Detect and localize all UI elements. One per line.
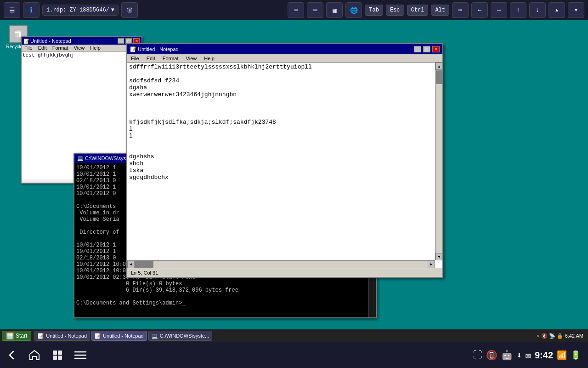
back-button[interactable] [0, 344, 23, 367]
arrow-up2[interactable]: ▲ [548, 2, 565, 18]
rdp-selector[interactable]: 1.rdp: ZY-188D5646/ ▼ [42, 5, 119, 16]
cursor-position: Ln 5, Col 31 [131, 270, 158, 276]
close-btn-main[interactable]: ✕ [432, 46, 440, 52]
notepad-main-statusbar: Ln 5, Col 31 [127, 268, 442, 277]
android-icon: 🤖 [501, 350, 513, 361]
alt-key[interactable]: Alt [431, 5, 449, 16]
cmd-line: 6 Dir(s) 39,418,372,096 bytes free [76, 287, 374, 293]
cmd-line: 0 File(s) 0 bytes [76, 281, 374, 287]
notepad-main-icon: 📝 [130, 46, 136, 52]
notepad-main-scrollbar-v[interactable]: ▲ ▼ [435, 63, 442, 260]
scroll-thumb-v[interactable] [436, 70, 442, 84]
keyboard-icon3[interactable]: ⌨ [452, 2, 469, 18]
menu-format-main[interactable]: Format [159, 55, 182, 62]
systray-icons: « 🔇 📡 🔒 [537, 333, 563, 339]
phone-icon: 📵 [486, 350, 498, 361]
taskbar-label3: C:\WINDOWS\syste... [160, 333, 209, 339]
scroll-up-arrow[interactable]: ▲ [435, 63, 443, 70]
home-button[interactable] [23, 344, 46, 367]
desktop: 🗑 Recycle Bin 📝 Untitled - Notepad _ □ ✕… [0, 20, 588, 342]
cmd-icon: 💻 [77, 155, 84, 161]
tab-key[interactable]: Tab [365, 5, 383, 16]
keyboard-icon1[interactable]: ⌨ [288, 2, 304, 18]
rdp-label: 1.rdp: ZY-188D5646/ [46, 7, 109, 13]
notepad-main-textarea[interactable]: sdffrrflw11113rtteetylsssssxsslkbhklhj2e… [127, 63, 442, 268]
nav-bar: ⛶ 📵 🤖 ⬇ ✉ 9:42 📶 🔋 [0, 342, 588, 368]
mail-icon[interactable]: ✉ [526, 350, 531, 361]
arrow-up[interactable]: ↑ [510, 2, 526, 18]
notepad-main-window[interactable]: 📝 Untitled - Notepad _ □ ✕ File Edit For… [126, 43, 443, 278]
notepad-main-scrollbar-h[interactable]: ◄ ► [127, 260, 435, 268]
arrow-down2[interactable]: ▼ [568, 2, 584, 18]
notepad-bg-title: Untitled - Notepad [30, 38, 71, 44]
menu-button[interactable]: ☰ [4, 2, 20, 18]
cmd-line [76, 293, 374, 300]
taskbar-label2: Untitled - Notepad [103, 333, 144, 339]
menu-format-bg[interactable]: Format [50, 45, 71, 51]
scroll-thumb-h[interactable] [135, 261, 153, 268]
menu-help-bg[interactable]: Help [87, 45, 103, 51]
clock: 9:42 [535, 350, 553, 361]
scroll-down-arrow[interactable]: ▼ [435, 253, 443, 260]
taskbar-icon3: 💻 [152, 333, 158, 339]
menu-help-main[interactable]: Help [200, 55, 218, 62]
taskbar-cmd[interactable]: 💻 C:\WINDOWS\syste... [148, 331, 213, 341]
windows-button[interactable] [46, 344, 69, 367]
battery-icon: 🔋 [571, 350, 581, 360]
maximize-btn-main[interactable]: □ [423, 46, 430, 52]
svg-rect-3 [58, 356, 62, 360]
trash-button[interactable]: 🗑 [121, 2, 138, 18]
esc-key[interactable]: Esc [386, 5, 404, 16]
keyboard-icon2[interactable]: ⌨ [307, 2, 323, 18]
dropdown-icon: ▼ [111, 7, 114, 13]
notepad-bg-menubar: File Edit Format View Help [22, 45, 141, 52]
taskbar-notepad2[interactable]: 📝 Untitled - Notepad [91, 331, 147, 341]
svg-rect-2 [53, 356, 57, 360]
notepad-bg-icon: 📝 [23, 39, 29, 44]
menu-edit-main[interactable]: Edit [143, 55, 159, 62]
notepad-main-title: Untitled - Notepad [138, 46, 179, 52]
menu-button-nav[interactable] [69, 344, 92, 367]
menu-file-bg[interactable]: File [22, 45, 35, 51]
taskbar-label1: Untitled - Notepad [46, 333, 87, 339]
wifi-icon: 📶 [557, 350, 567, 360]
menu-file-main[interactable]: File [127, 55, 143, 62]
menu-edit-bg[interactable]: Edit [35, 45, 50, 51]
systray: « 🔇 📡 🔒 6:42 AM [537, 333, 586, 339]
globe-icon[interactable]: 🌐 [345, 2, 362, 18]
notepad-main-menubar: File Edit Format View Help [127, 54, 442, 63]
expand-icon[interactable]: ⛶ [473, 350, 482, 361]
grid-icon[interactable]: ▦ [326, 2, 343, 18]
arrow-left[interactable]: ← [471, 2, 488, 18]
taskbar-icon2: 📝 [95, 333, 101, 339]
start-label: Start [16, 333, 27, 339]
taskbar-icon1: 📝 [38, 333, 44, 339]
notepad-bg-titlebar: 📝 Untitled - Notepad _ □ ✕ [22, 37, 141, 45]
scroll-left-arrow[interactable]: ◄ [127, 261, 135, 268]
arrow-down[interactable]: ↓ [529, 2, 546, 18]
ctrl-key[interactable]: Ctrl [407, 5, 429, 16]
svg-rect-1 [58, 351, 62, 355]
systray-time: 6:42 AM [565, 333, 583, 339]
taskbar-notepad1[interactable]: 📝 Untitled - Notepad [34, 331, 90, 341]
menu-view-bg[interactable]: View [71, 45, 88, 51]
start-button[interactable]: 🪟 Start [2, 331, 31, 341]
svg-rect-0 [53, 351, 57, 355]
top-toolbar: ☰ ℹ 1.rdp: ZY-188D5646/ ▼ 🗑 ⌨ ⌨ ▦ 🌐 Tab … [0, 0, 588, 20]
minimize-btn-main[interactable]: _ [414, 46, 421, 52]
taskbar-strip: 🪟 Start 📝 Untitled - Notepad 📝 Untitled … [0, 329, 588, 342]
menu-view-main[interactable]: View [182, 55, 201, 62]
arrow-right[interactable]: → [491, 2, 507, 18]
info-button[interactable]: ℹ [23, 2, 40, 18]
scroll-right-arrow[interactable]: ► [428, 261, 435, 268]
notepad-main-titlebar: 📝 Untitled - Notepad _ □ ✕ [127, 44, 442, 54]
cmd-prompt[interactable]: C:\Documents and Settings\admin>_ [76, 300, 374, 306]
minimize-btn-bg[interactable]: _ [118, 38, 124, 44]
download-icon[interactable]: ⬇ [516, 350, 522, 361]
